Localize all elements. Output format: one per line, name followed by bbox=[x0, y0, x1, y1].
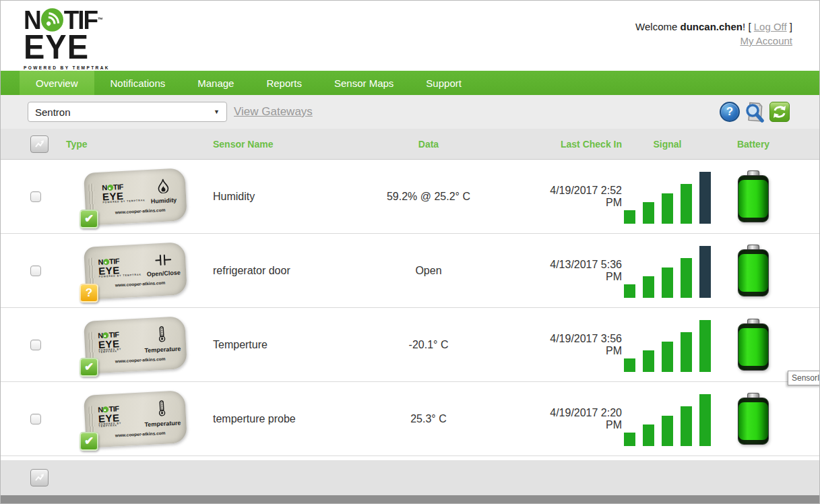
device-website: www.cooper-atkins.com bbox=[115, 430, 166, 437]
signal-bar bbox=[699, 246, 711, 298]
sensor-name[interactable]: refrigerator door bbox=[203, 265, 324, 277]
notifeye-window: NTIF™ EYE POWERED BY TEMPTRAK Welcome du… bbox=[0, 0, 820, 504]
last-check-in: 4/19/2017 2:20 PM bbox=[533, 407, 622, 431]
device-website: www.cooper-atkins.com bbox=[115, 356, 166, 363]
signal-strength-indicator bbox=[624, 392, 711, 446]
sensor-tooltip: SensorI bbox=[788, 371, 820, 385]
battery-icon bbox=[738, 319, 769, 371]
chevron-down-icon: ▼ bbox=[214, 108, 220, 115]
device-logo: NTIF EYE POWERED BY TEMPTRAK bbox=[102, 182, 146, 204]
sensor-data-value: 25.3° C bbox=[324, 413, 533, 425]
droplet-icon bbox=[156, 178, 169, 196]
signal-bar bbox=[624, 433, 635, 446]
wifi-dot-icon bbox=[107, 184, 113, 190]
device-website: www.cooper-atkins.com bbox=[115, 207, 166, 214]
refresh-icon[interactable] bbox=[769, 102, 790, 122]
row-checkbox[interactable] bbox=[30, 340, 41, 350]
welcome-exclaim: ! bbox=[743, 21, 745, 32]
nav-tab-support[interactable]: Support bbox=[410, 71, 478, 95]
signal-bar bbox=[624, 284, 635, 298]
table-row[interactable]: NTIF EYE POWERED BY TEMPTRAK Open/C bbox=[1, 234, 819, 308]
sensor-data-value: Open bbox=[324, 265, 533, 277]
nav-tab-reports[interactable]: Reports bbox=[250, 71, 318, 95]
device-logo: NTIF EYE POWERED BY TEMPTRAK bbox=[98, 256, 141, 278]
sensor-device-image: NTIF EYE POWERED BY TEMPTRAK Temper bbox=[78, 319, 193, 371]
row-checkbox[interactable] bbox=[30, 414, 41, 424]
wifi-dot-icon bbox=[102, 406, 108, 412]
thermometer-icon bbox=[158, 400, 166, 419]
signal-bar bbox=[662, 342, 673, 372]
column-header-signal[interactable]: Signal bbox=[622, 139, 713, 150]
row-checkbox[interactable] bbox=[30, 265, 41, 276]
chart-icon-button-top[interactable] bbox=[30, 135, 49, 153]
table-row[interactable]: NTIF EYE POWERED BY TEMPTRAK Temper bbox=[1, 308, 819, 382]
welcome-area: Welcome duncan.chen! [ Log Off ] My Acco… bbox=[635, 20, 792, 48]
last-check-in: 4/13/2017 5:36 PM bbox=[533, 259, 622, 283]
last-check-in: 4/19/2017 2:52 PM bbox=[533, 185, 622, 209]
signal-bar bbox=[624, 358, 635, 372]
battery-icon bbox=[738, 245, 769, 296]
signal-bar bbox=[699, 320, 711, 372]
signal-bar bbox=[681, 406, 692, 446]
status-check-badge: ✔ bbox=[80, 358, 98, 377]
device-logo: NTIF EYE POWERED BY TEMPTRAK bbox=[98, 329, 139, 354]
column-header-last-check-in[interactable]: Last Check In bbox=[533, 139, 622, 150]
column-header-sensor-name[interactable]: Sensor Name bbox=[203, 139, 324, 150]
open-close-icon bbox=[154, 253, 171, 269]
chart-icon-button-bottom[interactable] bbox=[30, 469, 49, 486]
column-header-type[interactable]: Type bbox=[51, 139, 203, 150]
signal-bar bbox=[662, 416, 673, 446]
battery-icon bbox=[738, 170, 769, 222]
bracket-open: [ bbox=[748, 21, 751, 32]
column-header-data[interactable]: Data bbox=[324, 139, 533, 150]
column-header-battery[interactable]: Battery bbox=[713, 139, 794, 150]
gateway-select[interactable]: Sentron ▼ bbox=[28, 102, 227, 122]
signal-bar bbox=[699, 394, 711, 446]
signal-bar bbox=[643, 276, 654, 298]
sensor-device-image: NTIF EYE POWERED BY TEMPTRAK Temper bbox=[78, 393, 193, 445]
table-header: Type Sensor Name Data Last Check In Sign… bbox=[1, 129, 819, 160]
logo-tagline: POWERED BY TEMPTRAK bbox=[24, 66, 110, 71]
sensor-data-value: -20.1° C bbox=[324, 339, 533, 351]
welcome-line: Welcome duncan.chen! [ Log Off ] bbox=[635, 20, 792, 34]
device-type-label: Humidity bbox=[151, 196, 177, 204]
signal-bar bbox=[643, 424, 654, 446]
logo-line2: EYE bbox=[24, 30, 110, 63]
row-checkbox[interactable] bbox=[30, 191, 41, 202]
help-icon[interactable]: ? bbox=[720, 102, 740, 122]
gateway-select-value: Sentron bbox=[35, 106, 71, 118]
signal-bar bbox=[624, 210, 635, 224]
sensor-data-value: 59.2% @ 25.2° C bbox=[324, 191, 533, 203]
table-row[interactable]: NTIF EYE POWERED BY TEMPTRAK Humidi bbox=[1, 160, 819, 234]
sensor-rows: NTIF EYE POWERED BY TEMPTRAK Humidi bbox=[1, 160, 819, 456]
nav-tab-manage[interactable]: Manage bbox=[181, 71, 250, 95]
username: duncan.chen bbox=[681, 21, 743, 32]
wifi-dot-icon bbox=[102, 332, 108, 338]
device-type-label: Temperature bbox=[144, 345, 181, 354]
signal-bar bbox=[681, 184, 692, 224]
nav-tab-sensor-maps[interactable]: Sensor Maps bbox=[318, 71, 410, 95]
signal-strength-indicator bbox=[624, 244, 711, 298]
window-bottom-edge bbox=[1, 495, 819, 503]
nav-tab-notifications[interactable]: Notifications bbox=[94, 71, 182, 95]
battery-icon bbox=[738, 393, 769, 445]
sensor-name[interactable]: temperture probe bbox=[203, 413, 324, 425]
signal-bar bbox=[643, 202, 654, 224]
sensor-device-image: NTIF EYE POWERED BY TEMPTRAK Open/C bbox=[78, 245, 193, 297]
welcome-text: Welcome bbox=[635, 21, 680, 32]
nav-tab-overview[interactable]: Overview bbox=[20, 71, 94, 95]
view-gateways-link[interactable]: View Gateways bbox=[234, 105, 313, 119]
toolbar-icons: ? bbox=[720, 95, 790, 129]
wifi-dot-icon bbox=[103, 259, 109, 265]
preview-search-icon[interactable] bbox=[743, 100, 766, 123]
signal-bar bbox=[681, 332, 692, 372]
status-question-badge: ? bbox=[80, 284, 98, 303]
sensor-device-image: NTIF EYE POWERED BY TEMPTRAK Humidi bbox=[78, 170, 193, 223]
sensor-name[interactable]: Temperture bbox=[203, 339, 324, 351]
log-off-link[interactable]: Log Off bbox=[754, 21, 787, 32]
sensor-name[interactable]: Humidity bbox=[203, 191, 324, 203]
bracket-close: ] bbox=[790, 21, 792, 32]
table-row[interactable]: NTIF EYE POWERED BY TEMPTRAK Temper bbox=[1, 382, 819, 456]
signal-bar bbox=[662, 267, 673, 298]
my-account-link[interactable]: My Account bbox=[740, 35, 792, 46]
